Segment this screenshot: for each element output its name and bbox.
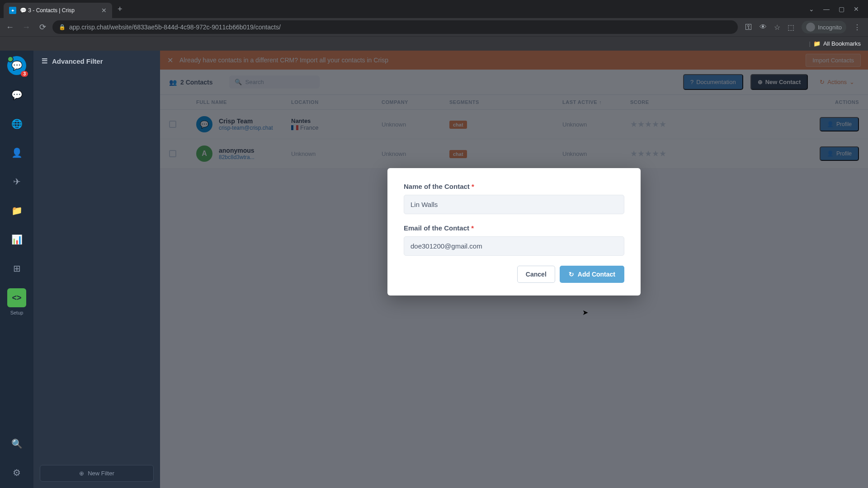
- main-sidebar: 💬 3 💬 🌐 👤 ✈ 📁 📊 ⊞ <> Setup 🔍 ⚙: [0, 51, 33, 488]
- incognito-badge[interactable]: Incognito: [802, 21, 846, 33]
- bookmarks-bar: | 📁 All Bookmarks: [0, 36, 868, 51]
- apps-icon[interactable]: ⊞: [8, 259, 26, 277]
- close-icon[interactable]: ✕: [101, 7, 107, 14]
- new-tab-button[interactable]: +: [118, 5, 123, 14]
- extension-icon[interactable]: ⬚: [788, 23, 794, 32]
- eye-off-icon[interactable]: 👁: [760, 23, 767, 31]
- star-icon[interactable]: ☆: [774, 23, 780, 32]
- tab-bar: ✦ 💬 3 - Contacts | Crisp ✕ + ⌄ ― ▢ ✕: [0, 0, 868, 18]
- bookmarks-divider: |: [809, 40, 811, 47]
- close-window-button[interactable]: ✕: [854, 5, 859, 13]
- contacts-icon[interactable]: 👤: [8, 144, 26, 162]
- browser-tab[interactable]: ✦ 💬 3 - Contacts | Crisp ✕: [4, 3, 112, 18]
- archive-icon[interactable]: 📁: [8, 202, 26, 220]
- reload-button[interactable]: ⟳: [36, 22, 49, 32]
- filter-sidebar: ☰ Advanced Filter ⊕ New Filter: [33, 51, 160, 488]
- setup-button[interactable]: <>: [7, 288, 26, 307]
- setup-label: Setup: [10, 310, 24, 315]
- name-field-label: Name of the Contact *: [404, 183, 624, 190]
- main-content: ✕ Already have contacts in a different C…: [160, 51, 868, 488]
- tab-favicon: ✦: [9, 7, 16, 14]
- tab-title: 💬 3 - Contacts | Crisp: [20, 7, 98, 14]
- send-icon[interactable]: ✈: [8, 173, 26, 191]
- url-text: app.crisp.chat/website/6833ae5b-844d-4c9…: [69, 23, 281, 31]
- maximize-button[interactable]: ▢: [839, 5, 844, 13]
- key-icon[interactable]: ⚿: [745, 23, 752, 31]
- menu-icon[interactable]: ⋮: [854, 23, 861, 32]
- add-contact-modal: Name of the Contact * Email of the Conta…: [387, 168, 641, 296]
- all-bookmarks-button[interactable]: All Bookmarks: [823, 40, 861, 47]
- globe-icon[interactable]: 🌐: [8, 115, 26, 133]
- filter-icon: ☰: [42, 57, 47, 65]
- url-bar: ← → ⟳ 🔒 app.crisp.chat/website/6833ae5b-…: [0, 18, 868, 36]
- email-field-label: Email of the Contact *: [404, 224, 624, 232]
- chat-icon[interactable]: 💬: [8, 86, 26, 104]
- chevron-down-icon[interactable]: ⌄: [809, 5, 814, 13]
- modal-overlay[interactable]: Name of the Contact * Email of the Conta…: [160, 51, 868, 488]
- new-filter-button[interactable]: ⊕ New Filter: [40, 465, 154, 482]
- lock-icon: 🔒: [59, 24, 66, 30]
- folder-icon: 📁: [813, 40, 821, 47]
- refresh-icon: ↻: [569, 271, 574, 278]
- forward-button[interactable]: →: [20, 23, 33, 32]
- name-input[interactable]: [404, 195, 624, 214]
- plus-icon: ⊕: [79, 470, 84, 477]
- search-icon[interactable]: 🔍: [8, 435, 26, 453]
- cancel-button[interactable]: Cancel: [517, 266, 555, 283]
- minimize-button[interactable]: ―: [823, 5, 830, 13]
- app-logo[interactable]: 💬 3: [7, 56, 26, 75]
- gear-icon[interactable]: ⚙: [8, 464, 26, 482]
- add-contact-button[interactable]: ↻ Add Contact: [560, 266, 624, 283]
- filter-header: ☰ Advanced Filter: [33, 51, 160, 71]
- analytics-icon[interactable]: 📊: [8, 230, 26, 249]
- back-button[interactable]: ←: [4, 23, 16, 32]
- incognito-icon: [806, 23, 815, 32]
- email-input[interactable]: [404, 236, 624, 256]
- notification-badge: 3: [21, 71, 28, 77]
- url-input[interactable]: 🔒 app.crisp.chat/website/6833ae5b-844d-4…: [52, 20, 738, 34]
